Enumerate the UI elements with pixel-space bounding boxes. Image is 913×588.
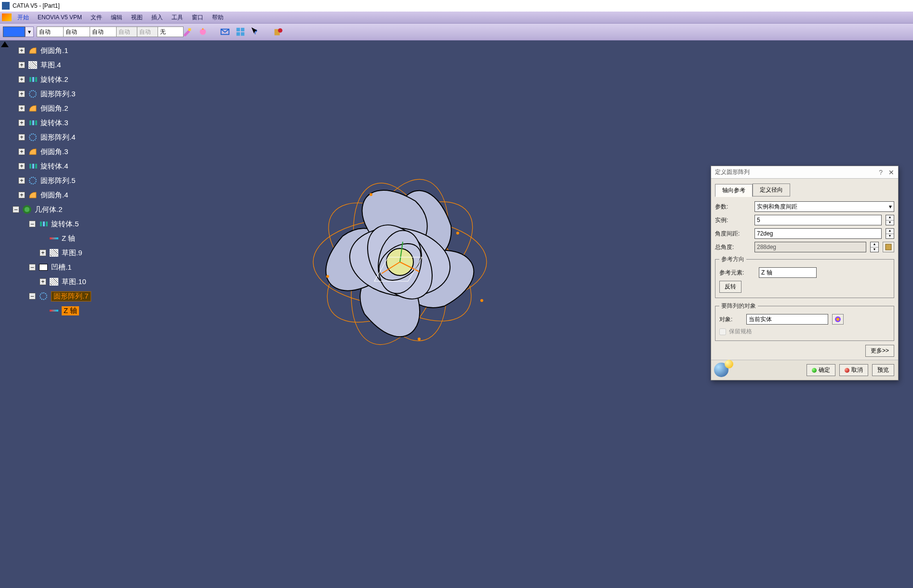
- render-style-combo[interactable]: 自动▾: [137, 26, 155, 37]
- graphic-props-wizard-icon[interactable]: [197, 26, 209, 38]
- tree-node[interactable]: +圆形阵列.4: [10, 130, 130, 144]
- menu-view[interactable]: 视图: [127, 13, 146, 23]
- tree-node[interactable]: –凹槽.1: [10, 260, 130, 274]
- tree-node[interactable]: +倒圆角.1: [10, 43, 130, 58]
- total-angle-spinner[interactable]: ▲▼: [870, 242, 879, 252]
- tree-node-label: Z 轴: [62, 306, 79, 315]
- tree-toggle-icon[interactable]: +: [18, 134, 25, 141]
- menu-edit[interactable]: 编辑: [107, 13, 126, 23]
- transparency-combo[interactable]: 自动▾: [37, 26, 60, 37]
- fill-color-combo[interactable]: ▾: [3, 26, 34, 37]
- sketch-icon: [49, 277, 59, 286]
- app-icon: [2, 2, 10, 10]
- tree-node[interactable]: +旋转体.2: [10, 72, 130, 87]
- catalog-icon[interactable]: [234, 26, 247, 38]
- tree-toggle-icon[interactable]: +: [18, 192, 25, 198]
- line-type-combo[interactable]: 自动▾: [90, 26, 113, 37]
- object-selector-icon[interactable]: [832, 314, 844, 325]
- reference-element-input[interactable]: Z 轴: [759, 267, 817, 278]
- tree-toggle-icon[interactable]: –: [29, 264, 36, 271]
- tree-node-label: 旋转体.2: [40, 75, 68, 84]
- envelope-icon[interactable]: [219, 26, 231, 38]
- tree-node-label: 倒圆角.2: [40, 104, 68, 113]
- whats-this-icon[interactable]: ?: [250, 26, 262, 38]
- tree-toggle-icon[interactable]: +: [18, 105, 25, 112]
- tree-toggle-icon[interactable]: +: [18, 47, 25, 54]
- tree-node[interactable]: +倒圆角.3: [10, 144, 130, 159]
- object-input[interactable]: 当前实体: [746, 314, 828, 325]
- dialog-title-bar[interactable]: 定义圆形阵列 ? ✕: [711, 166, 898, 179]
- tree-node[interactable]: Z 轴: [10, 231, 130, 246]
- tree-toggle-icon[interactable]: +: [40, 278, 46, 285]
- line-weight-combo[interactable]: 自动▾: [63, 26, 87, 37]
- tree-node[interactable]: +倒圆角.4: [10, 188, 130, 202]
- tree-toggle-icon[interactable]: +: [18, 148, 25, 155]
- more-button[interactable]: 更多>>: [865, 345, 894, 357]
- instances-label: 实例:: [715, 216, 751, 224]
- triangle-up-icon[interactable]: [1, 41, 9, 47]
- object-label: 对象:: [719, 315, 742, 324]
- menu-help[interactable]: 帮助: [208, 13, 227, 23]
- instances-spinner[interactable]: ▲▼: [886, 215, 894, 225]
- menu-bar: 开始 ENOVIA V5 VPM 文件 编辑 视图 插入 工具 窗口 帮助: [0, 12, 913, 23]
- instances-input[interactable]: 5: [754, 215, 882, 225]
- tree-node[interactable]: +圆形阵列.3: [10, 87, 130, 101]
- menu-window[interactable]: 窗口: [188, 13, 207, 23]
- dialog-tabs: 轴向参考 定义径向: [715, 183, 894, 196]
- angular-spacing-input[interactable]: 72deg: [754, 228, 882, 239]
- tree-node[interactable]: +旋转体.4: [10, 159, 130, 173]
- tab-axial-reference[interactable]: 轴向参考: [715, 184, 753, 197]
- tree-toggle-icon[interactable]: +: [18, 62, 25, 68]
- keep-specifications-checkbox[interactable]: 保留规格: [719, 327, 890, 336]
- ok-button[interactable]: 确定: [807, 364, 835, 376]
- tree-node[interactable]: +旋转体.3: [10, 116, 130, 130]
- tab-crown-definition[interactable]: 定义径向: [753, 183, 790, 196]
- help-icon[interactable]: ?: [879, 169, 883, 176]
- parameters-combo[interactable]: 实例和角度间距▾: [754, 201, 894, 212]
- material-library-icon[interactable]: [272, 26, 284, 38]
- menu-enovia[interactable]: ENOVIA V5 VPM: [34, 13, 86, 22]
- tree-toggle-icon[interactable]: –: [13, 206, 19, 213]
- close-icon[interactable]: ✕: [888, 169, 894, 176]
- tree-toggle-icon[interactable]: +: [40, 249, 46, 256]
- preview-button[interactable]: 预览: [872, 364, 894, 376]
- tree-toggle-icon[interactable]: –: [29, 293, 36, 300]
- tree-toggle-icon[interactable]: +: [18, 177, 25, 184]
- tree-node[interactable]: Z 轴: [10, 303, 130, 318]
- cancel-button[interactable]: 取消: [839, 364, 868, 376]
- chevron-down-icon[interactable]: ▾: [25, 26, 34, 37]
- window-title: CATIA V5 - [Part1]: [13, 2, 60, 9]
- svg-rect-19: [40, 222, 42, 226]
- svg-rect-14: [32, 120, 34, 125]
- 3d-viewport[interactable]: 定义圆形阵列 ? ✕ 轴向参考 定义径向 参数: 实例和角度间距▾ 实例: 5 …: [130, 40, 913, 588]
- tree-node[interactable]: –圆形阵列.7: [10, 289, 130, 303]
- app-logo-icon: [2, 13, 12, 21]
- tree-toggle-icon[interactable]: +: [18, 76, 25, 83]
- circ-icon: [28, 133, 38, 142]
- menu-start[interactable]: 开始: [13, 13, 33, 23]
- total-angle-formula-icon[interactable]: [883, 242, 894, 252]
- tree-toggle-icon[interactable]: –: [29, 221, 36, 227]
- tree-node-label: 倒圆角.3: [40, 147, 68, 157]
- menu-tools[interactable]: 工具: [168, 13, 187, 23]
- tree-node[interactable]: +草图.9: [10, 246, 130, 260]
- tree-node[interactable]: –几何体.2: [10, 202, 130, 217]
- tree-node[interactable]: +圆形阵列.5: [10, 173, 130, 188]
- tree-node[interactable]: +草图.4: [10, 58, 130, 72]
- tree-node[interactable]: +倒圆角.2: [10, 101, 130, 116]
- specification-tree[interactable]: +倒圆角.1+草图.4+旋转体.2+圆形阵列.3+倒圆角.2+旋转体.3+圆形阵…: [10, 40, 130, 588]
- menu-file[interactable]: 文件: [87, 13, 106, 23]
- reverse-button[interactable]: 反转: [719, 281, 741, 293]
- svg-rect-0: [188, 28, 191, 31]
- tree-toggle-icon[interactable]: +: [18, 91, 25, 97]
- angular-spacing-spinner[interactable]: ▲▼: [886, 228, 894, 239]
- menu-insert[interactable]: 插入: [147, 13, 167, 23]
- svg-rect-10: [29, 77, 31, 82]
- svg-rect-6: [241, 32, 244, 36]
- tree-node[interactable]: –旋转体.5: [10, 217, 130, 231]
- point-symbol-combo[interactable]: 自动▾: [116, 26, 134, 37]
- tree-toggle-icon[interactable]: +: [18, 119, 25, 126]
- tree-node[interactable]: +草图.10: [10, 274, 130, 289]
- tree-toggle-icon[interactable]: +: [18, 163, 25, 170]
- layer-combo[interactable]: 无▾: [158, 26, 178, 37]
